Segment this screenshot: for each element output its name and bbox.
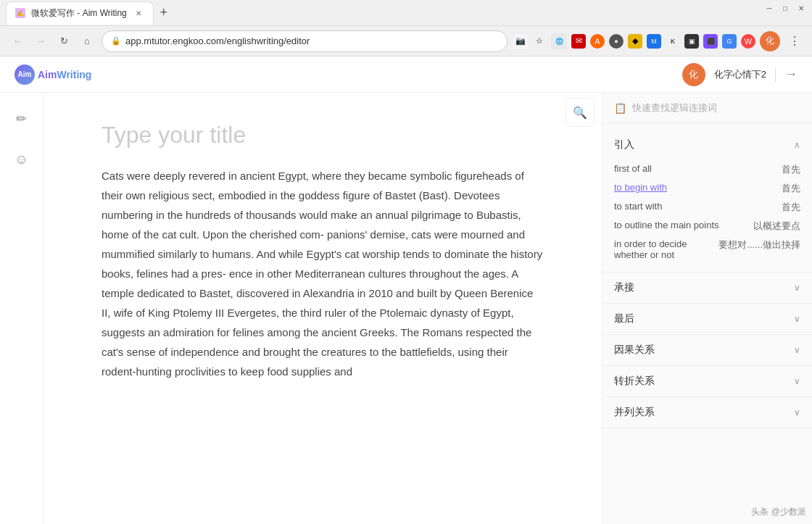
browser-menu-button[interactable]: ⋮ [786, 33, 803, 50]
tab-title: 微软爱写作 - Aim Writing [31, 7, 127, 20]
phrase-row: in order to decide whether or not 要想对...… [614, 236, 800, 263]
ext-2[interactable]: ✉ [571, 34, 586, 49]
right-panel: 📋 快速查找逻辑连接词 引入 ∧ first of all 首先 to begi… [602, 93, 812, 524]
phrase-zh: 以概述要点 [753, 220, 800, 233]
ext-10[interactable]: G [722, 34, 737, 49]
user-avatar-browser[interactable]: 化 [760, 31, 780, 51]
section-intro-title: 引入 [614, 138, 634, 151]
logout-button[interactable]: → [784, 67, 798, 82]
section-transition: 转折关系 ∨ [602, 366, 812, 397]
phrase-zh: 首先 [782, 201, 800, 214]
section-continuation: 承接 ∨ [602, 273, 812, 304]
section-parallel-title: 并列关系 [614, 406, 655, 419]
section-intro-header[interactable]: 引入 ∧ [602, 130, 812, 160]
tab-favicon: ✍ [15, 8, 25, 18]
phrase-en: to outline the main points [614, 220, 747, 230]
phrase-row: to begin with 首先 [614, 179, 800, 198]
refresh-button[interactable]: ↻ [55, 33, 72, 50]
section-parallel: 并列关系 ∨ [602, 397, 812, 428]
sidebar-person-icon[interactable]: ☺ [7, 145, 36, 174]
section-causality-title: 因果关系 [614, 344, 655, 357]
new-tab-button[interactable]: + [154, 3, 174, 23]
header-right: 化 化字心情下2 → [682, 63, 798, 86]
panel-content: 引入 ∧ first of all 首先 to begin with 首先 to… [602, 124, 812, 524]
logo-text: AimWriting [38, 69, 91, 80]
user-name: 化字心情下2 [714, 68, 766, 81]
section-parallel-header[interactable]: 并列关系 ∨ [602, 397, 812, 428]
header-divider [775, 67, 776, 82]
ext-9[interactable]: ⬛ [703, 34, 718, 49]
section-transition-title: 转折关系 [614, 375, 655, 388]
panel-search[interactable]: 📋 快速查找逻辑连接词 [602, 93, 812, 124]
editor-area[interactable]: Type your title Cats were deeply revered… [44, 93, 602, 524]
section-continuation-arrow: ∨ [794, 283, 800, 293]
watermark: 头条 @少数派 [751, 506, 806, 518]
logo-circle: Aim [14, 65, 35, 85]
forward-button[interactable]: → [32, 33, 49, 50]
section-continuation-title: 承接 [614, 281, 634, 294]
sidebar-pencil-icon[interactable]: ✏ [7, 104, 36, 133]
left-sidebar: ✏ ☺ [0, 93, 44, 524]
app-header: Aim AimWriting 化 化字心情下2 → [0, 57, 812, 93]
home-button[interactable]: ⌂ [78, 33, 96, 50]
ext-screenshot[interactable]: 📷 [513, 34, 528, 49]
section-transition-header[interactable]: 转折关系 ∨ [602, 366, 812, 396]
panel-search-icon: 📋 [614, 102, 626, 114]
user-avatar[interactable]: 化 [682, 63, 705, 86]
maximize-button[interactable]: □ [780, 3, 790, 13]
ext-11[interactable]: W [741, 34, 755, 49]
ext-star[interactable]: ☆ [532, 34, 547, 49]
section-continuation-header[interactable]: 承接 ∨ [602, 273, 812, 303]
section-parallel-arrow: ∨ [794, 407, 800, 417]
tab-close-button[interactable]: ✕ [133, 7, 144, 19]
phrase-zh: 首先 [782, 163, 800, 176]
section-finally-title: 最后 [614, 312, 634, 325]
section-causality: 因果关系 ∨ [602, 335, 812, 366]
ext-4[interactable]: ● [609, 34, 624, 49]
section-finally: 最后 ∨ [602, 304, 812, 335]
section-finally-arrow: ∨ [794, 314, 800, 324]
panel-search-placeholder: 快速查找逻辑连接词 [632, 101, 717, 115]
main-content: ✏ ☺ Type your title Cats were deeply rev… [0, 93, 812, 524]
phrase-row: to start with 首先 [614, 198, 800, 217]
back-button[interactable]: ← [9, 33, 26, 50]
phrase-en: first of all [614, 163, 776, 174]
phrase-en: in order to decide whether or not [614, 238, 713, 260]
ext-1[interactable]: 🌐 [551, 33, 567, 49]
section-finally-header[interactable]: 最后 ∨ [602, 304, 812, 334]
ext-5[interactable]: ◆ [628, 34, 642, 49]
browser-extensions: 📷 ☆ 🌐 ✉ A ● ◆ M K ▣ ⬛ G W 化 [513, 31, 780, 51]
url-text: app.mtutor.engkoo.com/englishwriting/edi… [125, 36, 310, 46]
section-intro-body: first of all 首先 to begin with 首先 to star… [602, 160, 812, 272]
phrase-zh: 首先 [782, 182, 800, 195]
section-causality-header[interactable]: 因果关系 ∨ [602, 335, 812, 365]
close-button[interactable]: ✕ [796, 3, 806, 13]
editor-content[interactable]: Cats were deeply revered in ancient Egyp… [102, 166, 544, 381]
minimize-button[interactable]: ─ [764, 3, 774, 13]
editor-title-placeholder[interactable]: Type your title [102, 122, 544, 149]
ext-3[interactable]: A [590, 34, 605, 49]
address-bar[interactable]: 🔒 app.mtutor.engkoo.com/englishwriting/e… [102, 30, 508, 52]
app-logo: Aim AimWriting [14, 65, 91, 85]
phrase-zh: 要想对......做出抉择 [718, 238, 800, 251]
phrase-en-link[interactable]: to begin with [614, 182, 776, 193]
section-intro: 引入 ∧ first of all 首先 to begin with 首先 to… [602, 130, 812, 273]
lock-icon: 🔒 [111, 36, 121, 46]
editor-search-icon[interactable]: 🔍 [566, 98, 594, 127]
section-transition-arrow: ∨ [794, 376, 800, 386]
ext-8[interactable]: ▣ [684, 34, 699, 49]
browser-tab[interactable]: ✍ 微软爱写作 - Aim Writing ✕ [6, 1, 154, 25]
section-intro-arrow: ∧ [794, 140, 800, 150]
phrase-row: to outline the main points 以概述要点 [614, 217, 800, 236]
phrase-en: to start with [614, 201, 776, 212]
phrase-row: first of all 首先 [614, 160, 800, 179]
section-causality-arrow: ∨ [794, 345, 800, 355]
ext-7[interactable]: K [666, 34, 680, 49]
ext-6[interactable]: M [647, 34, 661, 49]
